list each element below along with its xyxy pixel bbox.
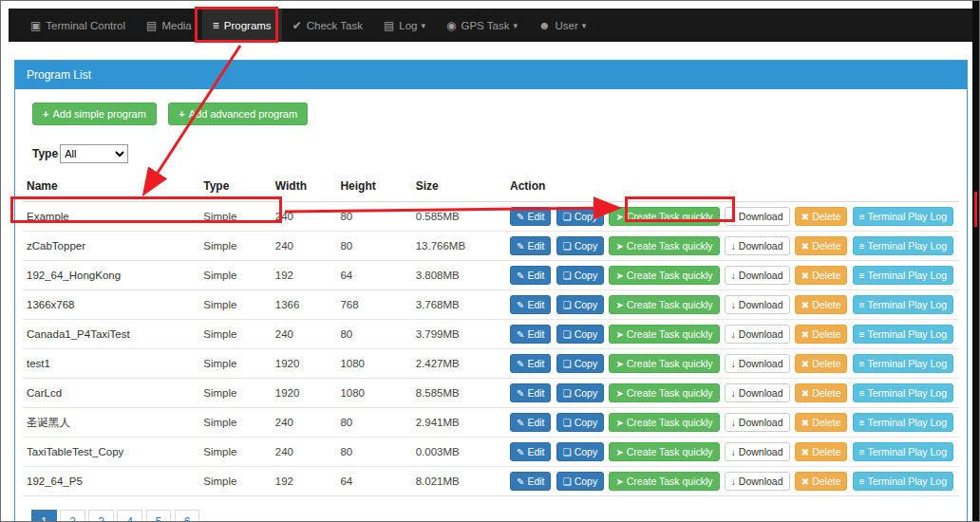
- download-icon: ↓: [731, 447, 736, 457]
- pagination-page-button[interactable]: 2: [60, 510, 85, 522]
- program-size-cell: 3.768MB: [412, 290, 506, 320]
- download-button[interactable]: ↓Download: [725, 413, 790, 432]
- create-task-icon: ➤: [615, 447, 623, 457]
- terminal-play-log-button[interactable]: ≡Terminal Play Log: [853, 207, 953, 226]
- edit-button[interactable]: ✎Edit: [510, 236, 551, 255]
- download-button[interactable]: ↓Download: [725, 325, 790, 344]
- pagination-page-button[interactable]: 5: [146, 510, 172, 522]
- edit-button[interactable]: ✎Edit: [510, 295, 551, 314]
- edit-button[interactable]: ✎Edit: [510, 413, 551, 432]
- create-task-icon: ➤: [615, 329, 623, 340]
- delete-button[interactable]: ✖Delete: [795, 295, 848, 314]
- download-button[interactable]: ↓Download: [725, 295, 790, 314]
- copy-button[interactable]: ❏Copy: [556, 325, 604, 344]
- edit-icon: ✎: [517, 329, 524, 340]
- table-row: 1366x768 Simple 1366 768 3.768MB ✎Edit ❏…: [23, 290, 959, 320]
- delete-button[interactable]: ✖Delete: [795, 413, 848, 432]
- create-task-quickly-button[interactable]: ➤Create Task quickly: [609, 472, 719, 491]
- create-task-icon: ➤: [615, 476, 623, 487]
- create-task-quickly-button[interactable]: ➤Create Task quickly: [609, 207, 719, 226]
- add-simple-program-button[interactable]: +Add simple program: [32, 103, 157, 125]
- download-button[interactable]: ↓Download: [725, 354, 790, 373]
- download-button[interactable]: ↓Download: [725, 472, 790, 491]
- program-width-cell: 1366: [272, 290, 337, 320]
- delete-button[interactable]: ✖Delete: [795, 383, 848, 402]
- terminal-play-log-button[interactable]: ≡Terminal Play Log: [853, 295, 953, 314]
- edit-button[interactable]: ✎Edit: [510, 442, 551, 461]
- nav-item-check-task[interactable]: ✔ Check Task ▾: [282, 9, 373, 42]
- chevron-down-icon: ▾: [582, 21, 587, 30]
- terminal-play-log-button[interactable]: ≡Terminal Play Log: [853, 266, 953, 285]
- terminal-play-log-button[interactable]: ≡Terminal Play Log: [853, 325, 953, 344]
- create-task-quickly-button[interactable]: ➤Create Task quickly: [609, 295, 719, 314]
- terminal-play-log-button[interactable]: ≡Terminal Play Log: [853, 413, 953, 432]
- terminal-play-log-button[interactable]: ≡Terminal Play Log: [853, 354, 953, 373]
- terminal-play-log-icon: ≡: [859, 359, 865, 369]
- program-height-cell: 1080: [336, 379, 411, 408]
- program-width-cell: 240: [272, 438, 337, 467]
- delete-button[interactable]: ✖Delete: [795, 354, 848, 373]
- copy-icon: ❏: [563, 241, 572, 252]
- terminal-play-log-icon: ≡: [859, 476, 865, 487]
- edit-button[interactable]: ✎Edit: [510, 207, 551, 226]
- nav-item-programs[interactable]: ≡ Programs ▾: [202, 9, 282, 42]
- col-header-action: Action: [506, 171, 959, 202]
- create-task-quickly-button[interactable]: ➤Create Task quickly: [609, 413, 719, 432]
- copy-button[interactable]: ❏Copy: [556, 236, 604, 255]
- create-task-quickly-button[interactable]: ➤Create Task quickly: [609, 325, 719, 344]
- pagination-page-button[interactable]: 3: [88, 510, 114, 522]
- copy-button[interactable]: ❏Copy: [556, 354, 604, 373]
- copy-button[interactable]: ❏Copy: [556, 383, 604, 402]
- edit-button[interactable]: ✎Edit: [510, 266, 551, 285]
- edit-button[interactable]: ✎Edit: [510, 383, 551, 402]
- nav-item-log[interactable]: ▤ Log ▾: [373, 9, 436, 42]
- copy-button[interactable]: ❏Copy: [556, 413, 604, 432]
- terminal-play-log-icon: ≡: [859, 329, 865, 340]
- terminal-play-log-button[interactable]: ≡Terminal Play Log: [853, 472, 953, 491]
- program-list-panel: Program List +Add simple program +Add ad…: [14, 60, 968, 522]
- create-task-quickly-button[interactable]: ➤Create Task quickly: [609, 383, 719, 402]
- terminal-play-log-icon: ≡: [859, 270, 865, 281]
- terminal-play-log-button[interactable]: ≡Terminal Play Log: [853, 442, 953, 461]
- copy-button[interactable]: ❏Copy: [556, 266, 604, 285]
- edit-button[interactable]: ✎Edit: [510, 472, 551, 491]
- terminal-play-log-button[interactable]: ≡Terminal Play Log: [853, 383, 953, 402]
- download-icon: ↓: [731, 476, 736, 487]
- terminal-play-log-button[interactable]: ≡Terminal Play Log: [853, 236, 953, 255]
- col-header-width: Width: [272, 171, 337, 202]
- download-icon: ↓: [731, 388, 736, 399]
- delete-icon: ✖: [801, 359, 809, 369]
- nav-item-user[interactable]: ☻ User ▾: [528, 9, 596, 42]
- nav-item-media[interactable]: ▤ Media ▾: [136, 9, 202, 42]
- nav-item-terminal-control[interactable]: ▣ Terminal Control ▾: [20, 9, 136, 42]
- delete-button[interactable]: ✖Delete: [795, 472, 848, 491]
- delete-button[interactable]: ✖Delete: [795, 207, 848, 226]
- nav-item-gps-task[interactable]: ◉ GPS Task ▾: [436, 9, 528, 42]
- pagination-page-button[interactable]: 4: [117, 510, 142, 522]
- download-button[interactable]: ↓Download: [725, 207, 790, 226]
- download-button[interactable]: ↓Download: [725, 383, 790, 402]
- col-header-type: Type: [199, 171, 272, 202]
- pagination-page-button[interactable]: 6: [175, 510, 200, 522]
- copy-button[interactable]: ❏Copy: [556, 442, 604, 461]
- copy-button[interactable]: ❏Copy: [556, 207, 604, 226]
- create-task-quickly-button[interactable]: ➤Create Task quickly: [609, 354, 719, 373]
- create-task-quickly-button[interactable]: ➤Create Task quickly: [609, 266, 719, 285]
- copy-button[interactable]: ❏Copy: [556, 472, 604, 491]
- type-filter-select[interactable]: All: [60, 144, 128, 163]
- add-advanced-program-button[interactable]: +Add advanced program: [168, 103, 308, 125]
- delete-button[interactable]: ✖Delete: [795, 442, 848, 461]
- delete-button[interactable]: ✖Delete: [795, 266, 848, 285]
- program-actions-cell: ✎Edit ❏Copy ➤Create Task quickly ↓Downlo…: [506, 349, 959, 379]
- pagination-page-button[interactable]: 1: [31, 510, 57, 522]
- delete-button[interactable]: ✖Delete: [795, 325, 848, 344]
- create-task-quickly-button[interactable]: ➤Create Task quickly: [609, 236, 719, 255]
- copy-button[interactable]: ❏Copy: [556, 295, 604, 314]
- edit-button[interactable]: ✎Edit: [510, 325, 551, 344]
- download-button[interactable]: ↓Download: [725, 442, 790, 461]
- create-task-quickly-button[interactable]: ➤Create Task quickly: [609, 442, 719, 461]
- edit-button[interactable]: ✎Edit: [510, 354, 551, 373]
- download-button[interactable]: ↓Download: [725, 266, 790, 285]
- delete-button[interactable]: ✖Delete: [795, 236, 848, 255]
- download-button[interactable]: ↓Download: [725, 236, 790, 255]
